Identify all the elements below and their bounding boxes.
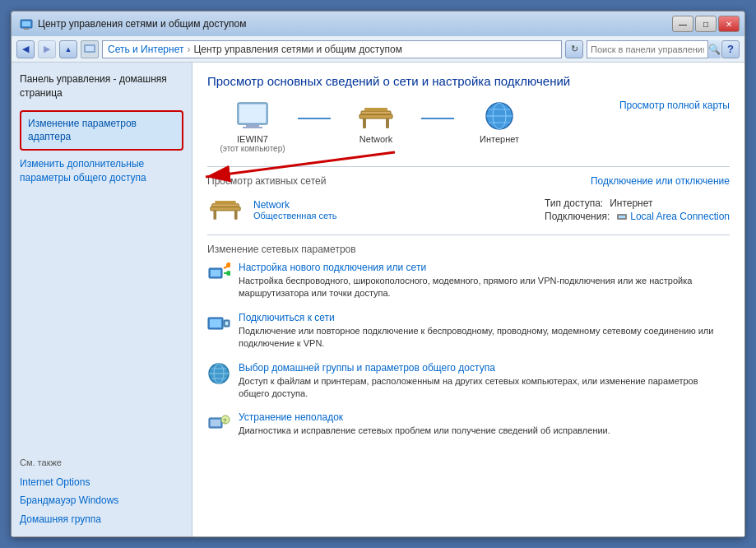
active-network-icon [207,193,243,226]
sidebar: Панель управления - домашняя страница Из… [12,63,192,536]
maximize-button[interactable]: □ [695,16,717,32]
active-networks-header: Просмотр активных сетей Подключение или … [207,175,730,187]
access-type-value: Интернет [610,197,652,209]
full-map-link[interactable]: Просмотр полной карты [619,100,730,111]
svg-rect-11 [386,118,389,128]
settings-title-2[interactable]: Подключиться к сети [239,312,730,323]
map-item-network: Network [331,100,421,144]
map-item-internet: Интернет [454,100,545,144]
svg-rect-22 [212,204,239,207]
connection-icon [616,211,628,222]
svg-rect-12 [361,111,391,114]
internet-icon [479,100,520,134]
settings-desc-2: Подключение или повторное подключение к … [239,325,730,351]
svg-text:?: ? [223,417,227,425]
help-button[interactable]: ? [721,40,740,58]
svg-rect-42 [211,420,220,426]
breadcrumb-link1[interactable]: Сеть и Интернет [108,44,183,55]
settings-item-3: Выбор домашней группы и параметров общег… [207,362,730,401]
settings-desc-1: Настройка беспроводного, широкополосного… [239,275,730,300]
breadcrumb-current: Центр управления сетями и общим доступом [193,44,402,55]
settings-text-1: Настройка нового подключения или сети На… [239,262,730,300]
firewall-link[interactable]: Брандмауэр Windows [20,494,183,508]
svg-rect-25 [619,216,625,218]
settings-title-3[interactable]: Выбор домашней группы и параметров общег… [239,362,730,374]
additional-settings-link[interactable]: Изменить дополнительные параметры общего… [20,157,183,185]
window-icon [20,17,33,30]
close-button[interactable]: ✕ [718,16,740,32]
svg-rect-27 [211,270,220,276]
svg-rect-35 [225,322,228,325]
svg-rect-20 [213,211,216,220]
connect-icon [207,312,230,335]
computer-icon [232,100,273,134]
map-sublabel-computer: (этот компьютер) [220,144,285,153]
svg-rect-10 [363,118,366,128]
svg-rect-33 [210,319,221,327]
settings-desc-3: Доступ к файлам и принтерам, расположенн… [239,375,730,401]
connections-label: Подключения: [545,211,610,222]
sidebar-title: Панель управления - домашняя страница [20,72,183,100]
settings-text-2: Подключиться к сети Подключение или повт… [239,312,730,351]
divider-1 [207,166,730,167]
svg-rect-13 [364,108,387,111]
search-button[interactable]: 🔍 [707,40,721,58]
svg-rect-1 [22,21,30,26]
minimize-button[interactable]: — [672,16,693,32]
map-label-internet: Интернет [480,134,519,144]
svg-rect-4 [86,46,94,51]
svg-rect-21 [234,211,238,220]
map-label-computer: IEWIN7 [237,134,268,144]
network-map: IEWIN7 (этот компьютер) [207,100,730,153]
svg-rect-19 [211,207,240,211]
active-networks-label: Просмотр активных сетей [207,175,326,187]
access-type-row: Тип доступа: Интернет [545,197,730,209]
network-name[interactable]: Network [253,199,535,211]
connect-link[interactable]: Подключение или отключение [591,175,730,187]
settings-item-2: Подключиться к сети Подключение или повт… [207,312,730,351]
search-box: 🔍 [587,40,718,58]
access-type-label: Тип доступа: [545,197,603,209]
homegroup-link[interactable]: Домашняя группа [20,513,183,527]
network-details: Тип доступа: Интернет Подключения: Local… [545,197,730,222]
svg-point-31 [226,271,230,276]
connections-row: Подключения: Local Area Connection [545,211,730,222]
adapter-settings-link[interactable]: Изменение параметров адаптера [20,110,183,151]
also-label: См. также [20,457,183,467]
address-icon [81,40,99,58]
page-title: Просмотр основных сведений о сети и наст… [207,74,730,88]
refresh-button[interactable]: ↻ [565,40,583,58]
svg-rect-7 [246,124,259,127]
search-input[interactable] [587,44,707,54]
map-label-network: Network [359,134,392,144]
settings-text-4: Устранение неполадок Диагностика и испра… [239,411,730,437]
settings-title-4[interactable]: Устранение неполадок [239,411,730,423]
map-connector-1 [298,118,331,119]
settings-title-1[interactable]: Настройка нового подключения или сети [239,262,730,273]
settings-item-1: Настройка нового подключения или сети На… [207,262,730,300]
settings-item-4: ? Устранение неполадок Диагностика и исп… [207,411,730,437]
homegroup-settings-icon [207,362,230,385]
divider-2 [207,235,730,235]
svg-rect-2 [24,28,29,30]
network-type[interactable]: Общественная сеть [253,211,535,221]
forward-button[interactable]: ▶ [38,40,56,58]
up-button[interactable]: ▲ [59,40,77,58]
active-network: Network Общественная сеть Тип доступа: И… [207,193,730,226]
change-settings-header: Изменение сетевых параметров [207,244,730,255]
content-area: Просмотр основных сведений о сети и наст… [192,63,744,536]
back-button[interactable]: ◀ [16,40,35,58]
connections-value[interactable]: Local Area Connection [616,211,730,222]
map-connector-2 [421,118,454,119]
settings-text-3: Выбор домашней группы и параметров общег… [239,362,730,401]
settings-desc-4: Диагностика и исправление сетевых пробле… [239,425,730,437]
troubleshoot-icon: ? [207,411,230,434]
window-title: Центр управления сетями и общим доступом [38,18,247,30]
breadcrumb: Сеть и Интернет › Центр управления сетям… [102,40,562,58]
new-connection-icon [207,262,230,285]
network-info: Network Общественная сеть [253,199,535,221]
svg-rect-23 [215,201,235,204]
internet-options-link[interactable]: Internet Options [20,476,183,490]
network-bench-icon [355,100,397,134]
map-item-computer: IEWIN7 (этот компьютер) [207,100,298,153]
